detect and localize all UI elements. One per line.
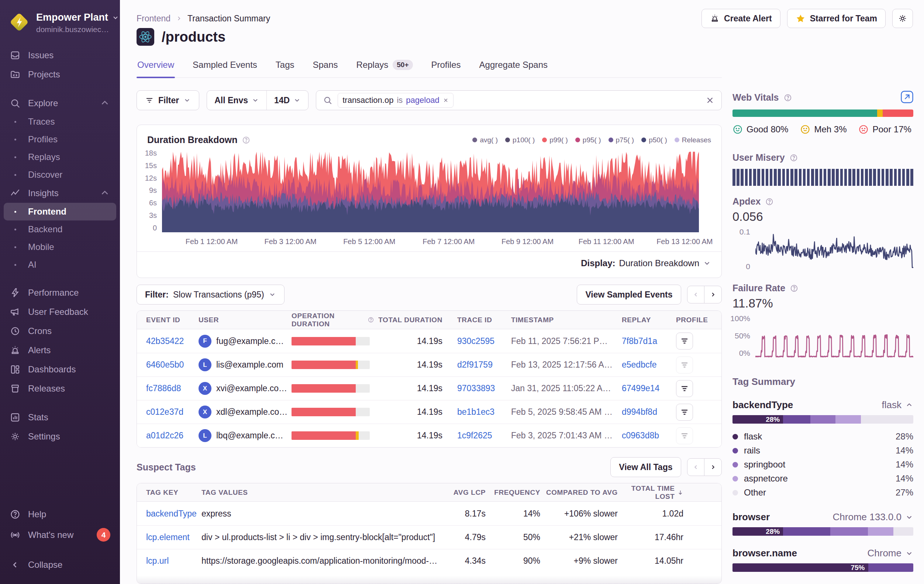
legend-item[interactable]: p95( ) (575, 136, 601, 144)
sort-column[interactable]: Total Time Lost (618, 484, 683, 501)
legend-item[interactable]: avg( ) (472, 136, 498, 144)
apdex-section: Apdex 0.056 0.10 (733, 196, 913, 271)
sidebar-item-issues[interactable]: Issues (0, 46, 120, 65)
sidebar-item-explore[interactable]: Explore (0, 94, 120, 113)
tag-key-link[interactable]: lcp.element (146, 532, 190, 542)
environment-selector[interactable]: All Envs (207, 91, 266, 110)
replay-link[interactable]: d994bf8d (622, 407, 657, 416)
operation-duration-bar (292, 360, 370, 369)
event-id-link[interactable]: 6460e5b0 (146, 360, 184, 369)
date-range-selector[interactable]: 14D (266, 91, 308, 110)
sidebar-collapse-button[interactable]: Collapse (0, 555, 120, 574)
tab-aggregate-spans[interactable]: Aggregate Spans (478, 57, 548, 77)
sidebar-item-help[interactable]: Help (0, 505, 120, 524)
tag-key-link[interactable]: lcp.url (146, 556, 168, 566)
sidebar-item-mobile[interactable]: Mobile (0, 238, 120, 256)
next-page-button[interactable] (704, 286, 722, 303)
event-id-link[interactable]: c012e37d (146, 407, 183, 416)
tag-key-link[interactable]: backendType (146, 509, 197, 518)
next-page-button[interactable] (704, 458, 722, 476)
trace-id-link[interactable]: 1c9f2625 (457, 431, 492, 440)
profile-button[interactable] (676, 332, 693, 349)
tag-value-selector[interactable]: flask (882, 399, 913, 411)
tab-spans[interactable]: Spans (312, 57, 339, 77)
view-sampled-events-button[interactable]: View Sampled Events (577, 285, 681, 304)
tab-replays[interactable]: Replays50+ (356, 57, 414, 77)
tab-profiles[interactable]: Profiles (431, 57, 462, 77)
tab-tags[interactable]: Tags (275, 57, 295, 77)
tag-value-selector[interactable]: Chrome 133.0.0 (833, 512, 913, 523)
chevron-down-icon (905, 513, 913, 521)
trace-id-link[interactable]: 930c2595 (457, 336, 495, 346)
tab-sampled-events[interactable]: Sampled Events (192, 57, 258, 77)
sidebar-item-stats[interactable]: Stats (0, 408, 120, 427)
profile-button[interactable] (676, 380, 693, 397)
tag-distribution-bar[interactable]: 28% (733, 415, 913, 424)
sidebar-item-user-feedback[interactable]: User Feedback (0, 302, 120, 321)
starred-for-team-button[interactable]: Starred for Team (787, 9, 886, 28)
replay-link[interactable]: c0963d8b (622, 431, 659, 440)
sidebar-item-whats-new[interactable]: What's new 4 (0, 524, 120, 546)
sidebar-item-projects[interactable]: Projects (0, 65, 120, 84)
trace-id-link[interactable]: 97033893 (457, 383, 495, 393)
sidebar-item-traces[interactable]: Traces (0, 113, 120, 130)
prev-page-button[interactable] (687, 458, 705, 476)
sidebar-item-releases[interactable]: Releases (0, 379, 120, 398)
profile-button[interactable] (676, 404, 693, 421)
view-all-tags-button[interactable]: View All Tags (610, 457, 681, 477)
duration-chart-title: Duration Breakdown (147, 135, 237, 145)
legend-item[interactable]: p75( ) (609, 136, 634, 144)
legend-item[interactable]: p100( ) (505, 136, 535, 144)
trace-id-link[interactable]: d2f91759 (457, 360, 493, 369)
profile-button[interactable] (676, 427, 693, 444)
sidebar-item-replays[interactable]: Replays (0, 148, 120, 166)
prev-page-button[interactable] (687, 286, 705, 303)
replay-link[interactable]: 7f8b7d1a (622, 336, 657, 346)
list-item: springboot14% (733, 457, 913, 472)
open-in-new-icon[interactable] (901, 91, 913, 103)
legend-item[interactable]: Releases (675, 136, 711, 144)
sidebar-item-discover[interactable]: Discover (0, 166, 120, 184)
breadcrumb-parent[interactable]: Frontend (137, 14, 170, 24)
tag-distribution-bar[interactable]: 28% (733, 527, 913, 536)
events-pager (687, 286, 722, 303)
sidebar-item-backend[interactable]: Backend (0, 220, 120, 238)
sidebar-item-performance[interactable]: Performance (0, 283, 120, 302)
search-input[interactable]: transaction.op is pageload (316, 90, 722, 110)
clear-search-icon[interactable] (705, 95, 715, 105)
dashboards-icon (10, 364, 21, 375)
event-id-link[interactable]: fc7886d8 (146, 383, 181, 393)
legend-item[interactable]: p50( ) (641, 136, 667, 144)
settings-button[interactable] (892, 9, 913, 28)
sidebar-item-frontend[interactable]: Frontend (4, 203, 116, 220)
sidebar-item-profiles[interactable]: Profiles (0, 130, 120, 148)
display-selector[interactable]: Display: Duration Breakdown (137, 252, 721, 274)
event-id-link[interactable]: a01d2c26 (146, 431, 183, 440)
replay-link[interactable]: e5edbcfe (622, 360, 657, 369)
events-table-header: Event ID User Operation Duration Total D… (137, 311, 721, 329)
replay-link[interactable]: 67499e14 (622, 383, 659, 393)
event-id-link[interactable]: 42b35422 (146, 336, 184, 346)
sidebar-item-ai[interactable]: AI (0, 256, 120, 273)
duration-chart: 18s15s12s 9s6s3s 0 (137, 148, 721, 232)
sidebar-item-crons[interactable]: Crons (0, 321, 120, 341)
siren-icon (710, 14, 719, 23)
transaction-filter-dropdown[interactable]: Filter: Slow Transactions (p95) (137, 285, 284, 304)
tab-overview[interactable]: Overview (137, 57, 175, 77)
sidebar-item-dashboards[interactable]: Dashboards (0, 360, 120, 379)
profile-button[interactable] (676, 357, 693, 373)
tag-distribution-bar[interactable]: 75% (733, 563, 913, 572)
create-alert-button[interactable]: Create Alert (701, 9, 780, 28)
table-row: 6460e5b0 Llis@example.com 14.19s d2f9175… (137, 353, 721, 377)
filter-button[interactable]: Filter (137, 90, 199, 110)
sidebar-item-settings[interactable]: Settings (0, 427, 120, 446)
sidebar-item-alerts[interactable]: Alerts (0, 341, 120, 360)
legend-item[interactable]: p99( ) (542, 136, 568, 144)
sidebar-item-insights[interactable]: Insights (0, 184, 120, 203)
flame-chart-icon (680, 384, 689, 393)
tag-value-selector[interactable]: Chrome (868, 548, 913, 559)
user-misery-title: User Misery (733, 152, 785, 163)
search-token[interactable]: transaction.op is pageload (338, 93, 454, 108)
trace-id-link[interactable]: be1b1ec3 (457, 407, 495, 416)
org-switcher[interactable]: Empower Plant dominik.buszowiec… (0, 0, 120, 43)
